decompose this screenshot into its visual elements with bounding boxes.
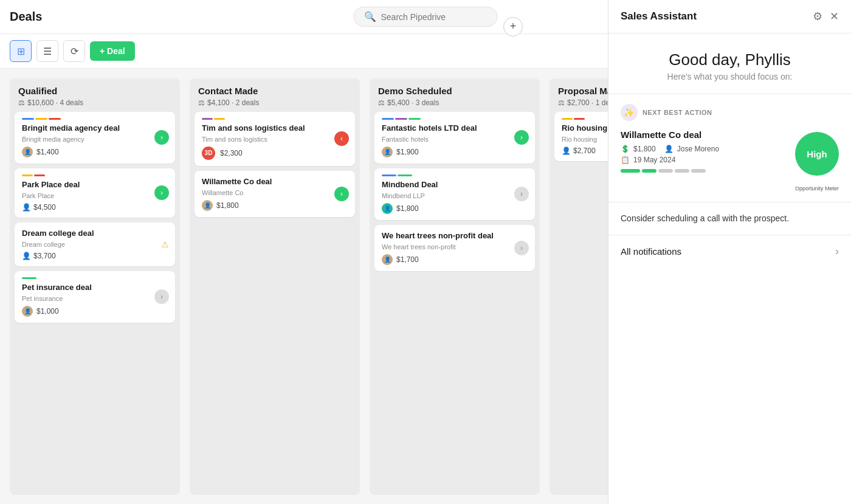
scale-icon: ⚖ <box>18 98 25 107</box>
kanban-view-button[interactable]: ⊞ <box>10 40 32 62</box>
column-title: Qualified <box>18 86 171 96</box>
label-bar <box>382 174 528 176</box>
value-text: $3,700 <box>33 252 56 260</box>
deal-card[interactable]: Pet insurance deal Pet insurance 👤 $1,00… <box>15 271 175 323</box>
card-subtitle: Willamette Co <box>202 189 348 196</box>
card-subtitle: Bringit media agency <box>22 136 168 143</box>
search-input[interactable] <box>381 12 488 22</box>
progress-seg-3 <box>658 169 673 173</box>
arrow-icon: ‹ <box>334 131 349 146</box>
column-cards: Bringit media agency deal Bringit media … <box>10 112 180 495</box>
card-value: 3D $2,300 <box>202 147 348 160</box>
calendar-icon: 📋 <box>621 156 630 164</box>
warning-icon: ⚠ <box>161 240 169 249</box>
arrow-icon: › <box>514 241 529 255</box>
deal-card[interactable]: Tim and sons logistics deal Tim and sons… <box>195 112 355 166</box>
column-header: Contact Made ⚖ $4,100 · 2 deals <box>190 78 360 112</box>
deal-card[interactable]: Dream college deal Dream college 👤 $3,70… <box>15 223 175 266</box>
notifications-section[interactable]: All notifications › <box>608 235 851 268</box>
label-segment <box>34 174 45 176</box>
card-value: 👤 $1,800 <box>382 203 528 214</box>
sales-assistant-panel: Sales Assistant ⚙ ✕ Good day, Phyllis He… <box>608 0 851 504</box>
avatar-small: 👤 <box>22 306 33 317</box>
value-text: $1,800 <box>396 204 419 213</box>
label-bar <box>382 118 528 120</box>
card-title: Fantastic hotels LTD deal <box>382 123 528 134</box>
value-text: $1,400 <box>36 148 59 156</box>
arrow-icon: › <box>334 187 349 201</box>
card-title: Park Place deal <box>22 180 168 190</box>
deal-value-meta: 💲 $1,800 👤 Jose Moreno <box>621 145 788 153</box>
column-title: Demo Scheduled <box>378 86 531 96</box>
label-segment <box>408 118 421 120</box>
column-header: Qualified ⚖ $10,600 · 4 deals <box>10 78 180 112</box>
greeting-section: Good day, Phyllis Here's what you should… <box>608 33 851 94</box>
suggestion-text: Consider scheduling a call with the pros… <box>621 213 789 223</box>
search-bar[interactable]: 🔍 <box>354 7 498 27</box>
history-view-button[interactable]: ⟳ <box>63 40 85 62</box>
arrow-icon: › <box>514 130 529 145</box>
card-subtitle: Park Place <box>22 192 168 199</box>
close-icon[interactable]: ✕ <box>830 10 839 23</box>
next-action-section: ✨ NEXT BEST ACTION Willamette Co deal 💲 … <box>608 94 851 202</box>
card-title: Mindbend Deal <box>382 180 528 190</box>
deal-card[interactable]: Willamette Co deal Willamette Co 👤 $1,80… <box>195 171 355 217</box>
column-qualified: Qualified ⚖ $10,600 · 4 deals Bringit me… <box>10 78 180 495</box>
card-value: 👤 $1,700 <box>382 254 528 265</box>
column-title: Contact Made <box>198 86 351 96</box>
deal-card[interactable]: Fantastic hotels LTD deal Fantastic hote… <box>374 112 535 164</box>
card-value: 👤 $1,400 <box>22 147 168 157</box>
greeting-name: Good day, Phyllis <box>621 50 839 69</box>
scale-icon: ⚖ <box>378 98 385 107</box>
arrow-icon: › <box>154 185 169 200</box>
notifications-label: All notifications <box>621 246 835 257</box>
label-segment <box>35 118 47 120</box>
overdue-badge: 3D <box>202 147 215 160</box>
value-text: $1,700 <box>396 255 419 264</box>
add-button[interactable]: + <box>503 17 523 36</box>
deal-name: Willamette Co deal <box>621 129 788 140</box>
settings-icon[interactable]: ⚙ <box>813 10 822 23</box>
page-title: Deals <box>10 10 58 24</box>
card-value: 👤 $1,900 <box>382 147 528 157</box>
avatar-small: 👤 <box>382 147 393 157</box>
opportunity-container: High Opportunity Meter <box>795 129 839 192</box>
deal-card[interactable]: We heart trees non-profit deal We heart … <box>374 225 535 271</box>
add-deal-button[interactable]: + Deal <box>90 41 135 61</box>
search-icon: 🔍 <box>364 11 376 22</box>
label-bar <box>22 277 168 279</box>
section-label: ✨ NEXT BEST ACTION <box>621 104 839 121</box>
deal-card[interactable]: Mindbend Deal Mindbend LLP 👤 $1,800 › <box>374 168 535 220</box>
scale-icon: ⚖ <box>198 98 205 107</box>
deal-card: Willamette Co deal 💲 $1,800 👤 Jose Moren… <box>621 129 839 192</box>
label-segment <box>574 118 585 120</box>
card-subtitle: Dream college <box>22 241 168 248</box>
column-meta: ⚖ $5,400 · 3 deals <box>378 98 531 107</box>
value-text: $1,800 <box>216 201 239 210</box>
card-title: We heart trees non-profit deal <box>382 231 528 241</box>
deal-card[interactable]: Bringit media agency deal Bringit media … <box>15 112 175 164</box>
card-value: 👤 $4,500 <box>22 203 168 212</box>
avatar-small: 👤 <box>202 200 213 211</box>
card-subtitle: Tim and sons logistics <box>202 136 348 143</box>
card-value: 👤 $3,700 <box>22 252 168 260</box>
value-text: $2,700 <box>573 147 596 155</box>
deal-date-meta: 📋 19 May 2024 <box>621 156 788 164</box>
panel-header: Sales Assistant ⚙ ✕ <box>608 0 851 33</box>
column-contact-made: Contact Made ⚖ $4,100 · 2 deals Tim and … <box>190 78 360 495</box>
avatar-small: 👤 <box>382 254 393 265</box>
deal-card[interactable]: Park Place deal Park Place 👤 $4,500 › <box>15 168 175 218</box>
list-view-button[interactable]: ☰ <box>36 40 58 62</box>
label-segment <box>202 118 213 120</box>
column-header: Demo Scheduled ⚖ $5,400 · 3 deals <box>370 78 540 112</box>
label-segment <box>22 174 33 176</box>
progress-seg-5 <box>691 169 706 173</box>
label-segment <box>382 118 394 120</box>
progress-seg-1 <box>621 169 640 173</box>
card-title: Dream college deal <box>22 229 168 239</box>
value-text: $4,500 <box>33 203 56 212</box>
label-segment <box>395 118 407 120</box>
progress-seg-2 <box>642 169 656 173</box>
panel-title: Sales Assistant <box>621 10 813 22</box>
value-text: $1,900 <box>396 148 419 156</box>
